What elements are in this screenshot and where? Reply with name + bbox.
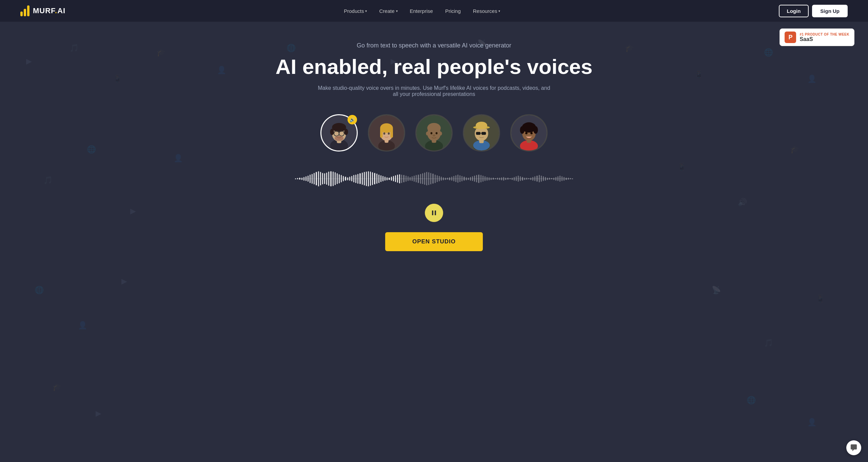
bg-icon: 📱 <box>816 295 825 303</box>
chat-widget[interactable] <box>846 440 861 455</box>
nav-enterprise-label: Enterprise <box>410 8 433 14</box>
svg-rect-16 <box>380 128 383 138</box>
nav-enterprise[interactable]: Enterprise <box>405 5 438 17</box>
avatar-image-4 <box>464 114 499 152</box>
logo-bar-3 <box>27 5 29 16</box>
svg-point-29 <box>439 132 442 135</box>
bg-icon: 👤 <box>78 321 87 330</box>
svg-point-6 <box>344 129 348 135</box>
avatar-4[interactable] <box>463 114 500 152</box>
svg-point-24 <box>427 123 441 133</box>
product-hunt-icon: P <box>785 32 796 43</box>
bg-icon: 🌐 <box>287 44 296 53</box>
open-studio-button[interactable]: OPEN STUDIO <box>385 232 483 251</box>
nav-pricing-label: Pricing <box>445 8 461 14</box>
navbar: MURF.AI Products ▾ Create ▾ Enterprise P… <box>0 0 868 22</box>
svg-rect-49 <box>432 210 433 215</box>
avatar-3[interactable] <box>415 114 453 152</box>
bg-icon: 🎓 <box>52 383 61 391</box>
avatar-image-5 <box>511 114 547 152</box>
avatars-row: 🔊 <box>320 114 548 152</box>
bg-icon: 🌐 <box>764 48 773 57</box>
avatar-5[interactable] <box>510 114 548 152</box>
svg-point-46 <box>533 126 538 134</box>
nav-products[interactable]: Products ▾ <box>339 5 372 17</box>
svg-point-19 <box>388 133 390 135</box>
svg-rect-17 <box>390 128 393 138</box>
svg-point-27 <box>433 135 435 137</box>
bg-icon: 👤 <box>217 66 226 75</box>
voice-section: 🔊 <box>0 114 868 251</box>
svg-point-10 <box>335 136 343 141</box>
svg-point-26 <box>436 132 438 135</box>
nav-links: Products ▾ Create ▾ Enterprise Pricing R… <box>339 5 505 17</box>
svg-point-36 <box>476 122 487 129</box>
hero-section: ▶ 🎵 📱 🎓 👤 🌐 ▶ 📡 🔊 🎓 📱 🌐 👤 🎵 🌐 ▶ 👤 📱 🔊 🎓 … <box>0 22 868 462</box>
avatar-1[interactable]: 🔊 <box>320 114 358 152</box>
svg-point-45 <box>520 126 525 134</box>
sound-badge: 🔊 <box>348 115 357 124</box>
nav-pricing[interactable]: Pricing <box>440 5 466 17</box>
hero-description: Make studio-quality voice overs in minut… <box>315 85 553 97</box>
avatar-circle-3 <box>415 114 453 152</box>
avatar-circle-4 <box>463 114 500 152</box>
nav-resources-label: Resources <box>473 8 497 14</box>
avatar-circle-2 <box>368 114 405 152</box>
ph-badge-label: #1 PRODUCT OF THE WEEK <box>800 33 849 36</box>
logo-text: MURF.AI <box>33 6 65 15</box>
bg-icon: 🌐 <box>747 396 756 405</box>
product-hunt-badge[interactable]: P #1 PRODUCT OF THE WEEK SaaS <box>780 28 854 46</box>
chevron-down-icon: ▾ <box>396 9 398 13</box>
ph-badge-value: SaaS <box>800 36 849 42</box>
waveform-center-line <box>295 179 573 179</box>
svg-point-25 <box>431 132 433 135</box>
bg-icon: 🎓 <box>625 44 634 53</box>
bg-icon: 🎓 <box>156 48 165 57</box>
bg-icon: ▶ <box>26 57 32 66</box>
svg-point-18 <box>383 133 386 135</box>
nav-resources[interactable]: Resources ▾ <box>468 5 505 17</box>
bg-icon: 👤 <box>807 418 816 427</box>
hero-subtitle: Go from text to speech with a versatile … <box>357 42 511 49</box>
svg-point-28 <box>426 132 429 135</box>
logo[interactable]: MURF.AI <box>20 5 65 16</box>
svg-point-5 <box>330 129 334 135</box>
svg-rect-37 <box>476 132 480 135</box>
svg-point-4 <box>332 123 346 132</box>
avatar-2[interactable] <box>368 114 405 152</box>
hero-title: AI enabled, real people's voices <box>276 55 593 78</box>
svg-rect-38 <box>481 132 486 135</box>
bg-icon: 👤 <box>807 75 816 83</box>
svg-point-47 <box>525 132 528 135</box>
login-button[interactable]: Login <box>779 5 809 17</box>
svg-rect-50 <box>435 210 436 215</box>
bg-icon: 🌐 <box>35 286 44 295</box>
nav-create[interactable]: Create ▾ <box>374 5 402 17</box>
pause-icon <box>431 210 437 216</box>
bg-icon: ▶ <box>121 277 127 286</box>
bg-icon: 📡 <box>712 286 721 295</box>
bg-icon: 📱 <box>694 70 704 79</box>
bg-icon: 📱 <box>113 75 122 83</box>
avatar-circle-5 <box>510 114 548 152</box>
ph-badge-text: #1 PRODUCT OF THE WEEK SaaS <box>800 33 849 42</box>
waveform <box>295 162 573 196</box>
signup-button[interactable]: Sign Up <box>812 5 848 17</box>
nav-products-label: Products <box>344 8 364 14</box>
logo-icon <box>20 5 29 16</box>
avatar-image-3 <box>416 114 452 152</box>
logo-bar-2 <box>24 9 26 16</box>
svg-point-48 <box>530 132 533 135</box>
avatar-image-2 <box>369 114 404 152</box>
chevron-down-icon: ▾ <box>365 9 367 13</box>
bg-icon: ▶ <box>96 409 101 418</box>
chat-icon <box>850 444 857 451</box>
logo-bar-1 <box>20 12 23 16</box>
nav-buttons: Login Sign Up <box>779 5 848 17</box>
pause-button[interactable] <box>425 204 443 222</box>
nav-create-label: Create <box>379 8 394 14</box>
bg-icon: 🎵 <box>70 44 79 53</box>
chevron-down-icon: ▾ <box>498 9 500 13</box>
bg-icon: 🎵 <box>764 339 773 347</box>
